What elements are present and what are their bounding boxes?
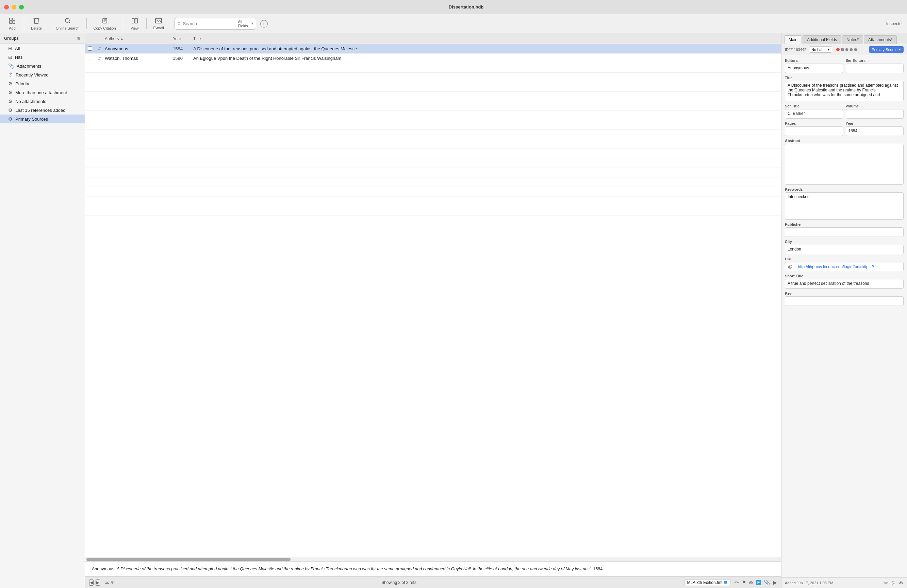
table-row-empty — [85, 139, 781, 149]
email-button[interactable]: E-mail — [150, 16, 167, 31]
maximize-button[interactable] — [19, 5, 24, 10]
table-row-empty — [85, 63, 781, 73]
pages-input[interactable] — [785, 126, 843, 136]
table-row-empty — [85, 130, 781, 139]
primary-sources-icon: ⚙ — [8, 116, 13, 122]
sidebar-item-primary-sources[interactable]: ⚙ Primary Sources — [0, 115, 85, 123]
sidebar-item-attachments[interactable]: 📎 Attachments — [0, 62, 85, 70]
table-row-empty — [85, 101, 781, 111]
tab-attachments[interactable]: Attachments* — [864, 35, 897, 44]
table-row-empty — [85, 177, 781, 187]
pages-group: Pages — [785, 121, 843, 136]
color-dot-dot2[interactable] — [849, 48, 853, 51]
edit-icon-button[interactable]: ✏ — [884, 580, 889, 586]
color-dot-dot3[interactable] — [854, 48, 857, 51]
volume-input[interactable] — [846, 109, 904, 118]
status-edit-icon[interactable]: ✏ — [734, 580, 739, 586]
online-search-button[interactable]: Online Search — [52, 16, 83, 32]
editors-input[interactable]: Anonymous — [785, 64, 843, 73]
close-button[interactable] — [4, 5, 9, 10]
row-checkbox-2[interactable] — [88, 56, 97, 61]
cloud-sync-icon[interactable]: ☁ ▾ — [104, 579, 114, 586]
hits-icon: ⊟ — [8, 54, 12, 60]
copy-icon-button[interactable]: ⎘ — [892, 580, 895, 586]
status-attach-icon[interactable]: 📎 — [764, 580, 770, 586]
color-dot-gray[interactable] — [841, 48, 844, 51]
eye-icon-button[interactable]: 👁 — [899, 580, 904, 586]
sidebar-item-no-attachments[interactable]: ⚙ No attachments — [0, 97, 85, 106]
email-label: E-mail — [154, 26, 164, 30]
no-label-text: No Label — [811, 48, 826, 52]
title-input[interactable]: A Discouerie of the treasons practised a… — [785, 81, 904, 101]
th-authors[interactable]: Authors ▲ — [105, 36, 173, 41]
toolbar: Add Delete Online Search Copy Citation — [0, 14, 907, 33]
svg-rect-0 — [10, 18, 12, 21]
status-play-icon[interactable]: ▶ — [773, 580, 777, 586]
copy-citation-icon — [101, 18, 108, 25]
citation-preview: Anonymous. A Discouerie of the treasons … — [85, 561, 781, 577]
view-button[interactable]: View — [127, 16, 143, 32]
tab-additional-fields[interactable]: Additional Fields — [803, 35, 841, 44]
table-row-empty — [85, 197, 781, 206]
publisher-group: Publisher — [785, 222, 904, 237]
table-row[interactable]: 🖇 Anonymous 1584 A Discouerie of the tre… — [85, 44, 781, 54]
sidebar-item-recently-viewed[interactable]: ⏱ Recently Viewed — [0, 70, 85, 79]
sidebar-header[interactable]: Groups ⌘ — [0, 33, 85, 44]
label-dropdown[interactable]: No Label ▾ — [809, 46, 832, 53]
city-group: City London — [785, 240, 904, 254]
th-title[interactable]: Title — [193, 36, 779, 41]
pages-year-row: Pages Year 1584 — [785, 121, 904, 136]
format-selector[interactable]: MLA 8th Edition.fmt — [684, 579, 731, 586]
short-title-input[interactable]: A true and perfect declaration of the tr… — [785, 279, 904, 289]
search-magnify-icon — [178, 21, 181, 26]
horizontal-scrollbar[interactable] — [85, 557, 781, 561]
search-input[interactable] — [183, 21, 236, 26]
sidebar-item-priority[interactable]: ⚙ Priority — [0, 79, 85, 88]
row-checkbox-1[interactable] — [88, 46, 97, 52]
sidebar-item-all[interactable]: ⊞ All — [0, 44, 85, 53]
sidebar-item-hits[interactable]: ⊟ Hits — [0, 53, 85, 62]
city-input[interactable]: London — [785, 245, 904, 254]
sidebar-item-more-than-one[interactable]: ⚙ More than one attachment — [0, 88, 85, 97]
th-year[interactable]: Year — [173, 36, 193, 41]
delete-icon — [33, 18, 40, 25]
status-bold-icon[interactable]: F — [756, 580, 761, 585]
ser-editors-input[interactable] — [846, 64, 904, 73]
delete-label: Delete — [31, 26, 42, 30]
status-lock-icon[interactable]: ⊗ — [749, 580, 753, 586]
scrollbar-thumb[interactable] — [87, 558, 290, 561]
info-button[interactable]: i — [260, 20, 268, 27]
status-tag-icon[interactable]: ⚑ — [742, 580, 746, 586]
abstract-input[interactable] — [785, 144, 904, 185]
recently-viewed-icon: ⏱ — [8, 72, 13, 77]
status-forward-button[interactable]: ▶ — [96, 580, 100, 586]
scrollbar-track — [87, 558, 290, 561]
sidebar-item-last15[interactable]: ⚙ Last 15 references added — [0, 106, 85, 115]
status-back-button[interactable]: ◀ — [89, 580, 93, 586]
color-dot-red[interactable] — [836, 48, 840, 51]
add-icon — [9, 18, 16, 25]
title-label: Title — [785, 76, 904, 80]
search-dropdown-arrow[interactable]: ▾ — [252, 22, 253, 26]
toolbar-sep-4 — [123, 18, 123, 29]
editors-group: Editors Anonymous — [785, 59, 843, 73]
table-row-empty — [85, 216, 781, 225]
year-input[interactable]: 1584 — [846, 126, 904, 136]
keywords-input[interactable]: Infochecked — [785, 192, 904, 220]
online-search-label: Online Search — [56, 26, 80, 30]
ser-title-input[interactable]: C. Barker — [785, 109, 843, 118]
key-input[interactable] — [785, 296, 904, 306]
add-button[interactable]: Add — [4, 16, 21, 32]
publisher-input[interactable] — [785, 227, 904, 237]
delete-button[interactable]: Delete — [27, 16, 45, 32]
table-row[interactable]: 🖇 Watson, Thomas 1590 An Eglogue Vpon th… — [85, 54, 781, 63]
content-area: Authors ▲ Year Title 🖇 Anonymous 1584 A … — [85, 33, 781, 588]
color-dot-dot1[interactable] — [845, 48, 848, 51]
reference-type-dropdown[interactable]: Primary Source ▾ — [869, 46, 904, 53]
tab-main[interactable]: Main — [784, 35, 802, 44]
url-input[interactable] — [795, 263, 903, 271]
tab-notes[interactable]: Notes* — [842, 35, 863, 44]
copy-citation-button[interactable]: Copy Citation — [90, 16, 119, 32]
minimize-button[interactable] — [11, 5, 16, 10]
url-at-icon[interactable]: @ — [785, 262, 795, 271]
